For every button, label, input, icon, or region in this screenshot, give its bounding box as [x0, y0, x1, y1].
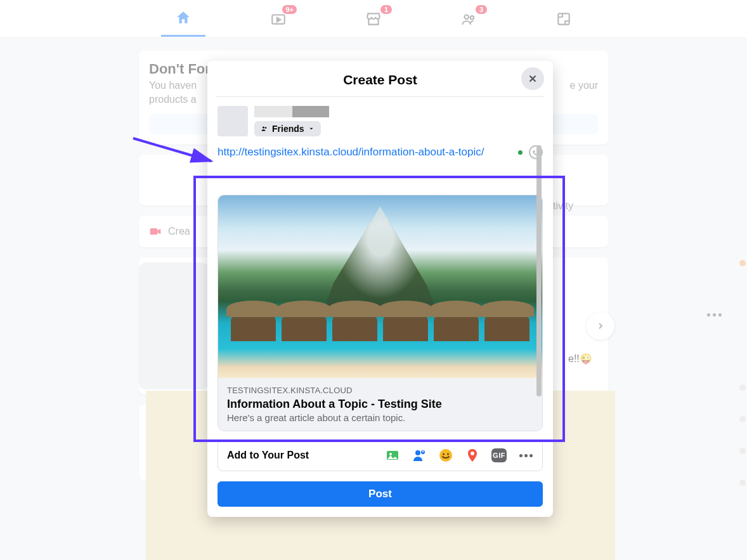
preview-domain: TESTINGSITEX.KINSTA.CLOUD: [227, 386, 533, 395]
svg-point-13: [447, 453, 449, 455]
location-icon: [465, 447, 480, 464]
photo-icon: [385, 447, 400, 464]
create-post-modal: Create Post Friends: [207, 61, 553, 517]
add-to-post-bar: Add to Your Post GIF: [218, 440, 543, 471]
avatar: [218, 106, 248, 136]
feeling-icon: [438, 447, 453, 464]
friends-icon: [261, 125, 268, 133]
link-preview-card: TESTINGSITEX.KINSTA.CLOUD Information Ab…: [218, 195, 543, 431]
tag-people-button[interactable]: [412, 448, 427, 463]
close-button[interactable]: [521, 67, 544, 90]
add-to-post-label: Add to Your Post: [227, 450, 309, 461]
compose-textarea[interactable]: http://testingsitex.kinsta.cloud/informa…: [218, 145, 543, 163]
author-name: [254, 106, 329, 117]
svg-point-14: [471, 452, 474, 455]
gif-button[interactable]: GIF: [491, 448, 507, 463]
svg-point-9: [415, 450, 420, 455]
audience-selector[interactable]: Friends: [254, 121, 321, 136]
svg-point-5: [263, 127, 264, 129]
photo-video-button[interactable]: [385, 448, 400, 463]
preview-title: Information About a Topic - Testing Site: [227, 398, 533, 411]
svg-point-8: [389, 453, 392, 455]
status-dot: [518, 150, 523, 155]
more-options-button[interactable]: [518, 448, 533, 463]
ellipsis-icon: [519, 454, 533, 457]
tag-person-icon: [412, 447, 427, 464]
svg-point-11: [439, 449, 452, 462]
gif-icon: GIF: [491, 448, 507, 462]
close-icon: [527, 73, 538, 84]
post-button[interactable]: Post: [218, 481, 543, 507]
check-in-button[interactable]: [465, 448, 480, 463]
modal-title: Create Post: [226, 72, 534, 88]
svg-point-6: [265, 127, 267, 129]
preview-description: Here's a great article about a certain t…: [227, 412, 533, 423]
scrollbar[interactable]: [536, 145, 542, 431]
caret-down-icon: [308, 126, 315, 132]
svg-point-12: [443, 453, 445, 455]
feeling-button[interactable]: [438, 448, 453, 463]
preview-image: [218, 195, 542, 378]
audience-label: Friends: [272, 124, 304, 134]
name-part: [254, 106, 292, 117]
compose-url-text: http://testingsitex.kinsta.cloud/informa…: [218, 146, 484, 158]
name-part: [292, 106, 329, 117]
author-row: Friends: [218, 106, 543, 136]
